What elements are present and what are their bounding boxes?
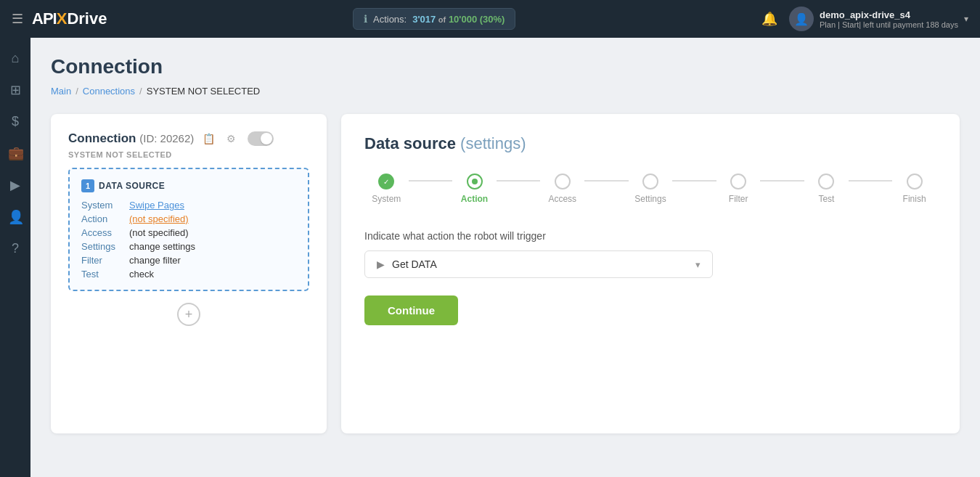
- step-line-4: [672, 180, 716, 182]
- ds-num: 1: [81, 179, 94, 192]
- ds-label-access: Access: [81, 227, 125, 238]
- breadcrumb: Main / Connections / SYSTEM NOT SELECTED: [51, 86, 960, 97]
- sidebar-user-icon[interactable]: 👤: [2, 203, 28, 231]
- chevron-down-icon: ▾: [964, 14, 968, 24]
- sidebar-connections-icon[interactable]: ⊞: [2, 76, 28, 104]
- ds-label-system: System: [81, 200, 125, 211]
- step-circle-action: [467, 174, 483, 189]
- sidebar-home-icon[interactable]: ⌂: [2, 45, 28, 72]
- step-circle-filter: [730, 174, 746, 189]
- add-button-container: +: [68, 303, 309, 326]
- ds-row-system: System Swipe Pages: [81, 200, 296, 211]
- ds-value-access: (not specified): [129, 227, 189, 238]
- ds-label-settings: Settings: [81, 241, 125, 252]
- ds-label-filter: Filter: [81, 255, 125, 266]
- avatar: 👤: [789, 7, 814, 31]
- action-select[interactable]: ▶ Get DATA ▾: [364, 250, 713, 278]
- left-card: Connection (ID: 20262) 📋 ⚙ SYSTEM NOT SE…: [51, 114, 327, 433]
- connection-title: Connection (ID: 20262): [68, 131, 194, 146]
- gear-icon[interactable]: ⚙: [224, 131, 239, 146]
- chevron-down-select-icon: ▾: [695, 259, 701, 270]
- ds-value-action[interactable]: (not specified): [129, 213, 189, 224]
- ds-row-action: Action (not specified): [81, 213, 296, 224]
- breadcrumb-sep-1: /: [75, 86, 78, 97]
- top-navigation: ☰ API X Drive ℹ Actions: 3'017 of 10'000…: [0, 0, 980, 38]
- step-label-filter: Filter: [729, 194, 748, 204]
- step-access: Access: [540, 174, 584, 204]
- step-action: Action: [452, 174, 497, 204]
- breadcrumb-main[interactable]: Main: [51, 86, 71, 97]
- toggle-switch[interactable]: [248, 131, 274, 146]
- actions-label: Actions:: [373, 14, 407, 25]
- ds-value-system[interactable]: Swipe Pages: [129, 200, 184, 211]
- step-label-access: Access: [548, 194, 576, 204]
- info-icon: ℹ: [364, 13, 367, 25]
- sidebar-jobs-icon[interactable]: 💼: [2, 139, 28, 167]
- breadcrumb-connections[interactable]: Connections: [83, 86, 135, 97]
- user-plan: Plan | Start| left until payment 188 day…: [820, 20, 958, 29]
- ds-rows: System Swipe Pages Action (not specified…: [81, 200, 296, 280]
- bell-icon[interactable]: 🔔: [761, 11, 777, 27]
- ds-row-access: Access (not specified): [81, 227, 296, 238]
- add-block-button[interactable]: +: [177, 303, 200, 326]
- step-line-1: [409, 180, 453, 182]
- cards-row: Connection (ID: 20262) 📋 ⚙ SYSTEM NOT SE…: [51, 114, 960, 433]
- step-finish: Finish: [892, 174, 936, 204]
- sidebar-play-icon[interactable]: ▶: [2, 171, 28, 199]
- step-line-5: [760, 180, 804, 182]
- settings-subtitle: (settings): [460, 134, 526, 152]
- select-value: Get DATA: [392, 258, 437, 270]
- ds-block-title: DATA SOURCE: [99, 181, 165, 191]
- user-name: demo_apix-drive_s4: [820, 9, 958, 20]
- connection-id: (ID: 20262): [139, 132, 194, 144]
- ds-value-test: check: [129, 269, 154, 280]
- data-source-block: 1 DATA SOURCE System Swipe Pages Action …: [68, 168, 309, 291]
- logo-x: X: [57, 9, 68, 28]
- data-source-settings-title: Data source (settings): [364, 134, 936, 153]
- ds-row-test: Test check: [81, 269, 296, 280]
- select-wrapper: ▶ Get DATA ▾: [364, 250, 936, 278]
- page-title: Connection: [51, 55, 960, 78]
- step-line-2: [497, 180, 541, 182]
- step-line-6: [849, 180, 893, 182]
- step-system: ✓ System: [364, 174, 409, 204]
- copy-icon[interactable]: 📋: [200, 131, 218, 146]
- actions-badge[interactable]: ℹ Actions: 3'017 of 10'000 (30%): [353, 8, 515, 30]
- main-content: Connection Main / Connections / SYSTEM N…: [30, 38, 980, 477]
- step-label-system: System: [372, 194, 401, 204]
- connection-header: Connection (ID: 20262) 📋 ⚙: [68, 131, 309, 146]
- ds-value-filter: change filter: [129, 255, 181, 266]
- step-filter: Filter: [716, 174, 761, 204]
- logo-api: API: [32, 9, 57, 28]
- step-label-settings: Settings: [634, 194, 666, 204]
- ds-header: 1 DATA SOURCE: [81, 179, 296, 192]
- actions-count: 3'017 of 10'000 (30%): [412, 14, 505, 25]
- sidebar: ⌂ ⊞ $ 💼 ▶ 👤 ?: [0, 38, 30, 477]
- step-label-test: Test: [818, 194, 834, 204]
- right-card: Data source (settings) ✓ System Action: [341, 114, 960, 433]
- step-line-3: [584, 180, 629, 182]
- ds-row-filter: Filter change filter: [81, 255, 296, 266]
- step-settings: Settings: [629, 174, 673, 204]
- user-info[interactable]: 👤 demo_apix-drive_s4 Plan | Start| left …: [789, 7, 968, 31]
- step-circle-settings: [642, 174, 658, 189]
- step-test: Test: [804, 174, 849, 204]
- step-label-finish: Finish: [903, 194, 926, 204]
- user-details: demo_apix-drive_s4 Plan | Start| left un…: [820, 9, 958, 29]
- select-left: ▶ Get DATA: [377, 258, 437, 270]
- breadcrumb-sep-2: /: [139, 86, 142, 97]
- sidebar-help-icon[interactable]: ?: [2, 235, 28, 262]
- logo: API X Drive: [32, 9, 107, 28]
- hamburger-menu[interactable]: ☰: [12, 11, 23, 27]
- ds-value-settings: change settings: [129, 241, 195, 252]
- ds-row-settings: Settings change settings: [81, 241, 296, 252]
- toggle-knob: [261, 133, 272, 144]
- step-circle-finish: [907, 174, 923, 189]
- step-label-action: Action: [461, 194, 488, 204]
- system-not-selected-label: SYSTEM NOT SELECTED: [68, 150, 309, 159]
- ds-label-test: Test: [81, 269, 125, 280]
- continue-button[interactable]: Continue: [364, 295, 458, 325]
- ds-label-action: Action: [81, 213, 125, 224]
- logo-drive: Drive: [67, 9, 107, 28]
- sidebar-billing-icon[interactable]: $: [2, 108, 28, 135]
